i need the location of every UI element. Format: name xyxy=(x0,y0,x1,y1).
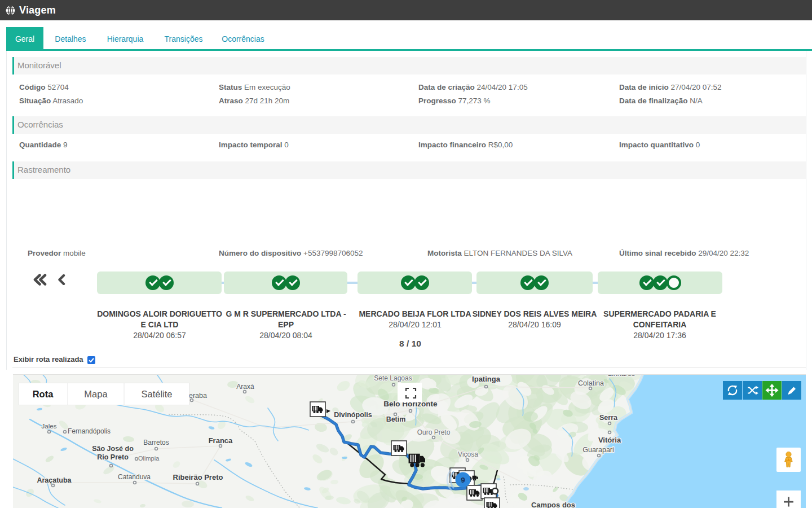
svg-text:Sete Lagoas: Sete Lagoas xyxy=(374,374,412,382)
svg-text:Ribeirão Preto: Ribeirão Preto xyxy=(173,473,223,481)
svg-text:Araçatuba: Araçatuba xyxy=(37,476,72,484)
svg-text:Betim: Betim xyxy=(386,415,406,423)
svg-text:Campos dos: Campos dos xyxy=(531,501,575,508)
svg-text:Vitória: Vitória xyxy=(598,436,621,444)
svg-text:Mapa: Mapa xyxy=(84,389,108,399)
svg-text:Colatina: Colatina xyxy=(578,379,604,387)
svg-text:Serra: Serra xyxy=(599,414,618,422)
svg-text:Barretos: Barretos xyxy=(143,439,169,446)
svg-text:São José do: São José do xyxy=(92,445,134,453)
svg-text:Catanduva: Catanduva xyxy=(118,473,151,481)
svg-text:Jales: Jales xyxy=(42,423,57,430)
svg-text:9: 9 xyxy=(461,476,465,484)
svg-text:Ouro Preto: Ouro Preto xyxy=(417,428,451,436)
svg-text:Divinópolis: Divinópolis xyxy=(334,411,372,419)
svg-text:Rota: Rota xyxy=(33,389,54,399)
svg-text:Fernandópolis: Fernandópolis xyxy=(68,427,111,435)
svg-text:Satélite: Satélite xyxy=(141,389,172,399)
svg-text:Viçosa: Viçosa xyxy=(458,450,478,458)
svg-text:Ipatinga: Ipatinga xyxy=(472,375,501,383)
svg-text:Franca: Franca xyxy=(209,436,233,445)
svg-text:Rio Preto: Rio Preto xyxy=(97,453,129,461)
svg-text:Araxá: Araxá xyxy=(236,383,254,391)
svg-text:Olimpia: Olimpia xyxy=(138,455,160,462)
svg-text:Guarapari: Guarapari xyxy=(582,446,614,454)
